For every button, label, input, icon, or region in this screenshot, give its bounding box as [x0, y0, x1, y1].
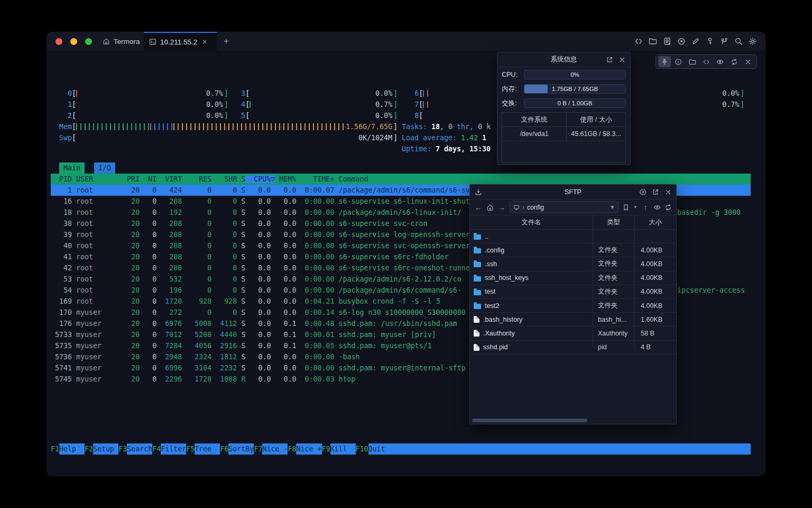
- htop-info-line: Load average: 1.42 1: [402, 132, 486, 143]
- process-table-header[interactable]: PID USER PRI NI VIRT RES SHR S CPU%▽ MEM…: [51, 174, 751, 185]
- file-row[interactable]: ..: [470, 230, 676, 243]
- fkey-f6[interactable]: F6: [220, 443, 228, 455]
- close-icon[interactable]: [742, 56, 754, 67]
- titlebar-actions: [634, 32, 757, 51]
- code-icon[interactable]: [700, 56, 713, 67]
- open-external-icon[interactable]: [606, 56, 613, 64]
- show-hidden-icon[interactable]: [653, 204, 661, 211]
- col-type[interactable]: 类型: [593, 218, 634, 227]
- path-breadcrumb[interactable]: › config ▼: [510, 201, 619, 213]
- file-table-header[interactable]: 文件名 类型 大小: [470, 215, 676, 230]
- fkey-f10-label[interactable]: Quit: [368, 443, 394, 455]
- fkey-f6-label[interactable]: SortBy: [228, 443, 254, 455]
- cpu-meter-row: 0[0.7%] 3[0.0%] 6[0.0%]: [51, 88, 744, 99]
- refresh-icon[interactable]: [728, 56, 741, 67]
- folder-icon[interactable]: [649, 37, 657, 46]
- fkey-f7[interactable]: F7: [254, 443, 262, 455]
- fs-col-usage: 使用 / 大小: [567, 115, 625, 124]
- close-tab-icon[interactable]: ✕: [202, 38, 207, 46]
- close-icon[interactable]: [665, 188, 672, 196]
- fkey-f3-label[interactable]: Search: [127, 443, 152, 455]
- record-icon[interactable]: [677, 37, 686, 46]
- folder-icon: [474, 276, 481, 282]
- fkey-f5[interactable]: F5: [186, 443, 195, 455]
- bookmark-caret-icon[interactable]: ▼: [633, 205, 638, 210]
- fkey-f2-label[interactable]: Setup: [93, 443, 118, 455]
- fkey-f1-label[interactable]: Help: [59, 443, 85, 455]
- fkey-f2[interactable]: F2: [85, 443, 93, 455]
- terminal-icon: [149, 38, 156, 46]
- file-icon: [474, 316, 479, 323]
- upload-icon[interactable]: ↑: [641, 203, 650, 212]
- help-icon[interactable]: [639, 188, 647, 196]
- fkey-f9[interactable]: F9: [322, 443, 330, 455]
- keychain-icon[interactable]: [720, 37, 728, 46]
- forward-icon[interactable]: →: [497, 203, 506, 212]
- file-icon: [474, 344, 479, 351]
- bookmark-icon[interactable]: [622, 204, 630, 211]
- folder-icon[interactable]: [686, 56, 699, 67]
- fkey-f1[interactable]: F1: [51, 443, 59, 455]
- info-icon[interactable]: [672, 56, 685, 67]
- zoom-window-button[interactable]: [85, 38, 92, 45]
- home-icon: [103, 38, 110, 45]
- htop-meters: 0[0.7%] 3[0.0%] 6[0.0%] 1[0.0%] 4[0.7%] …: [51, 88, 751, 167]
- fkey-f9-label[interactable]: Kill: [330, 443, 356, 455]
- code-icon[interactable]: [634, 37, 643, 46]
- horizontal-scrollbar[interactable]: [472, 419, 587, 422]
- home-icon[interactable]: [486, 204, 494, 211]
- back-icon[interactable]: ←: [474, 203, 483, 212]
- fkey-f10[interactable]: F10: [356, 443, 368, 455]
- mem-meter: Mem[1.56G/7.65G]: [51, 121, 398, 132]
- log-icon[interactable]: [663, 37, 671, 46]
- swp-meter: Swp[0K/1024M]: [51, 132, 398, 143]
- key-icon[interactable]: [706, 37, 714, 46]
- fkey-f4[interactable]: F4: [152, 443, 161, 455]
- fkey-f8[interactable]: F8: [288, 443, 296, 455]
- file-row[interactable]: test文件夹4.00KB: [470, 285, 676, 299]
- sftp-titlebar: SFTP: [470, 185, 676, 199]
- col-size[interactable]: 大小: [634, 218, 676, 227]
- file-row[interactable]: ssh_host_keys文件夹4.00KB: [470, 271, 676, 285]
- file-row[interactable]: .config文件夹4.00KB: [470, 243, 676, 257]
- fkey-f3[interactable]: F3: [118, 443, 127, 455]
- edit-icon[interactable]: [691, 37, 700, 46]
- header-cpu-sort[interactable]: CPU%▽: [245, 175, 275, 183]
- fkey-f4-label[interactable]: Filter: [161, 443, 186, 455]
- floating-toolbar: [656, 55, 757, 69]
- pin-icon[interactable]: [658, 56, 671, 67]
- fkey-f5-label[interactable]: Tree: [195, 443, 220, 455]
- tab-label: Termora: [114, 38, 140, 46]
- close-icon[interactable]: [619, 56, 626, 64]
- breadcrumb-separator: ›: [522, 204, 524, 211]
- col-filename[interactable]: 文件名: [470, 218, 593, 227]
- system-info-titlebar: 系统信息: [497, 52, 630, 67]
- file-row[interactable]: sshd.pidpid4 B: [470, 341, 676, 355]
- fs-col-name: 文件系统: [502, 113, 567, 126]
- htop-tab-main[interactable]: Main: [59, 162, 85, 174]
- fkey-f8-label[interactable]: Nice +: [296, 443, 321, 455]
- filesystem-row[interactable]: /dev/vda145.61GB / 58.3...: [502, 127, 625, 141]
- new-tab-button[interactable]: +: [221, 36, 232, 47]
- search-icon[interactable]: [734, 37, 743, 46]
- close-window-button[interactable]: [56, 38, 62, 45]
- file-row[interactable]: test2文件夹4.00KB: [470, 299, 676, 313]
- settings-icon[interactable]: [749, 37, 757, 46]
- folder-icon: [474, 262, 481, 267]
- file-row[interactable]: .bash_historybash_hi...1.60KB: [470, 313, 676, 326]
- htop-info-line: Tasks: 18, 0 thr, 0 k: [402, 121, 491, 132]
- refresh-icon[interactable]: [665, 204, 672, 211]
- app-window: Termora 10.211.55.2 ✕ + 0[0.7%] 3[0.0%] …: [47, 32, 765, 476]
- tab-session[interactable]: 10.211.55.2 ✕: [144, 32, 217, 51]
- column-divider: [634, 214, 635, 349]
- eye-icon[interactable]: [714, 56, 726, 67]
- file-row[interactable]: .XauthorityXauthority58 B: [470, 326, 676, 340]
- open-external-icon[interactable]: [652, 188, 659, 196]
- folder-icon: [474, 304, 481, 309]
- tab-termora[interactable]: Termora: [95, 32, 147, 51]
- fkey-f7-label[interactable]: Nice -: [262, 443, 288, 455]
- chevron-down-icon[interactable]: ▼: [610, 204, 615, 210]
- htop-tab-io[interactable]: I/O: [94, 162, 115, 174]
- minimize-window-button[interactable]: [70, 38, 77, 45]
- file-row[interactable]: .ssh文件夹4.00KB: [470, 257, 676, 271]
